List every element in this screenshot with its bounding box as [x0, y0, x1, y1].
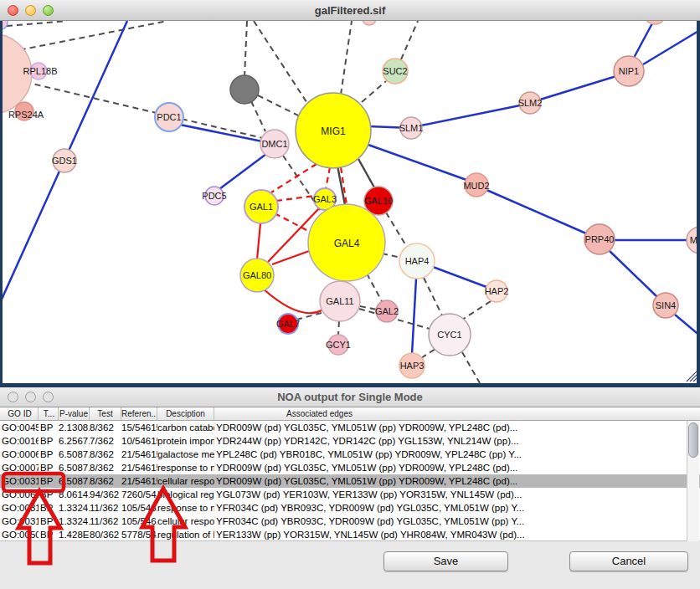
column-header-test[interactable]: Test [90, 407, 121, 420]
table-row[interactable]: GO:0007... BP 6.5087... 8/362 21/54615 r… [0, 461, 700, 474]
network-canvas[interactable]: RPL18B RPS24A GDS1 PDC1 MIG1 [3, 21, 697, 383]
node-hap2[interactable]: HAP2 [485, 280, 509, 302]
desktop: galFiltered.sif [0, 0, 700, 589]
node-gal7[interactable]: GAL7 [276, 314, 300, 334]
cell-test: 8/362 [90, 474, 121, 488]
cell-go-id: GO:0016... [2, 434, 39, 448]
node-nip1[interactable]: NIP1 [614, 56, 644, 86]
cell-reference: 105/546... [121, 501, 157, 515]
node-slm2[interactable]: SLM2 [518, 92, 543, 114]
node-unlabeled-top[interactable] [363, 21, 376, 25]
cell-description: cellular respons... [157, 515, 214, 528]
cell-type: BP [39, 434, 59, 448]
cell-go-id: GO:0050... [2, 528, 39, 541]
node-gal11[interactable]: GAL11 [320, 281, 360, 321]
vertical-scrollbar[interactable] [687, 421, 699, 541]
node-gds1[interactable]: GDS1 [52, 149, 77, 172]
cell-reference: 21/54615 [121, 461, 157, 474]
cell-test: 8/362 [90, 421, 121, 434]
node-unlabeled-large[interactable] [3, 33, 32, 114]
node-gal1[interactable]: GAL1 [244, 190, 278, 223]
column-header-p-value[interactable]: P-value [59, 407, 90, 420]
cell-edges: YDR009W (pd) YGL035C, YML051W (pp) YDR00… [214, 461, 700, 474]
node-gcy1[interactable]: GCY1 [326, 335, 351, 355]
scrollbar-thumb[interactable] [688, 423, 698, 458]
node-unlabeled-topright[interactable] [644, 21, 666, 24]
table-row-selected[interactable]: GO:0031... BP 6.5087... 8/362 21/54615 c… [0, 474, 700, 488]
cell-test: 8/362 [90, 461, 121, 474]
cell-description: carbon cataboli... [157, 421, 214, 434]
network-graph: RPL18B RPS24A GDS1 PDC1 MIG1 [3, 21, 697, 383]
cell-go-id: GO:0031... [2, 501, 39, 515]
node-sin4[interactable]: SIN4 [653, 293, 678, 318]
cell-edges: YDR009W (pd) YGL035C, YML051W (pp) YDR00… [214, 421, 700, 434]
table-row[interactable]: GO:0006... BP 6.5087... 8/362 21/54615 g… [0, 448, 700, 461]
resize-grip[interactable] [687, 371, 697, 382]
node-mig1[interactable]: MIG1 [296, 93, 371, 168]
table-row[interactable]: GO:0065... BP 8.0614... 94/362 7260/54..… [0, 488, 700, 501]
cell-p-value: 1.3324... [59, 515, 90, 528]
column-header-go-id[interactable]: GO ID [2, 407, 39, 420]
node-slm1[interactable]: SLM1 [399, 117, 424, 139]
cell-edges: YPL248C (pd) YBR018C, YML051W (pp) YDR00… [214, 448, 700, 461]
node-pdc5[interactable]: PDC5 [202, 187, 226, 205]
save-button[interactable]: Save [383, 551, 508, 571]
cell-go-id: GO:0007... [2, 461, 39, 474]
node-unlabeled-corner[interactable] [3, 21, 8, 29]
minimize-button[interactable] [25, 5, 36, 16]
node-mud2[interactable]: MUD2 [463, 173, 489, 197]
cell-description: galactose meta... [157, 448, 214, 461]
zoom-button[interactable] [43, 392, 54, 402]
cell-p-value: 1.428E... [59, 528, 90, 541]
column-header-type[interactable]: T... [39, 407, 59, 420]
cell-reference: 7260/54... [121, 488, 157, 501]
cell-reference: 15/54615 [121, 421, 157, 434]
cell-type: BP [39, 528, 59, 541]
table-row[interactable]: GO:0031... BP 1.3324... 11/362 105/546..… [0, 515, 700, 528]
cell-description: response to nut... [157, 461, 214, 474]
cell-edges: YDR009W (pd) YGL035C, YML051W (pp) YDR00… [214, 474, 700, 488]
close-button[interactable] [8, 5, 18, 16]
node-msl1[interactable]: MSL1 [687, 227, 697, 254]
cell-reference: 21/54615 [121, 474, 157, 488]
zoom-button[interactable] [43, 5, 54, 16]
cell-reference: 10/54615 [121, 434, 157, 448]
node-unlabeled-gray[interactable] [230, 75, 259, 104]
cancel-button[interactable]: Cancel [569, 551, 688, 571]
table-header: GO ID T... P-value Test Referen... Desci… [0, 407, 700, 421]
cell-edges: YFR034C (pd) YBR093C, YDR009W (pd) YGL03… [214, 501, 700, 515]
network-window-title: galFiltered.sif [0, 4, 700, 17]
cell-description: response to nut... [157, 501, 214, 515]
column-header-reference[interactable]: Referen... [121, 407, 157, 420]
cell-go-id: GO:0045... [2, 421, 39, 434]
cell-test: 80/362 [90, 528, 121, 541]
node-suc2[interactable]: SUC2 [383, 59, 408, 84]
node-cyc1[interactable]: CYC1 [429, 314, 471, 356]
cell-edges: YGL073W (pd) YER103W, YER133W (pp) YOR31… [214, 488, 700, 501]
close-button[interactable] [8, 392, 18, 402]
table-row[interactable]: GO:0050... BP 1.428E... 80/362 5778/54..… [0, 528, 700, 541]
node-pdc1[interactable]: PDC1 [155, 103, 183, 131]
node-gal4[interactable]: GAL4 [308, 204, 385, 281]
minimize-button[interactable] [25, 392, 36, 402]
node-hap3[interactable]: HAP3 [399, 353, 425, 378]
node-prp40[interactable]: PRP40 [584, 224, 615, 254]
cell-description: protein import i... [157, 434, 214, 448]
node-hap4[interactable]: HAP4 [399, 243, 435, 279]
cell-p-value: 6.5087... [59, 448, 90, 461]
table-row[interactable]: GO:0016... BP 6.2567... 7/362 10/54615 p… [0, 434, 700, 448]
column-header-associated-edges[interactable]: Associated edges [214, 407, 700, 420]
cell-reference: 5778/54... [121, 528, 157, 541]
cell-type: BP [39, 421, 59, 434]
cell-description: regulation of bi... [157, 528, 214, 541]
cell-description: cellular respons... [157, 474, 214, 488]
cell-reference: 105/546... [121, 515, 157, 528]
node-dmc1[interactable]: DMC1 [260, 130, 289, 158]
table-row[interactable]: GO:0031... BP 1.3324... 11/362 105/546..… [0, 501, 700, 515]
table-row[interactable]: GO:0045... BP 2.1308... 8/362 15/54615 c… [0, 421, 700, 434]
node-gal2[interactable]: GAL2 [375, 300, 399, 322]
cell-test: 8/362 [90, 448, 121, 461]
cell-type: BP [39, 461, 59, 474]
node-gal80[interactable]: GAL80 [240, 259, 274, 292]
column-header-description[interactable]: Desciption [157, 407, 214, 420]
